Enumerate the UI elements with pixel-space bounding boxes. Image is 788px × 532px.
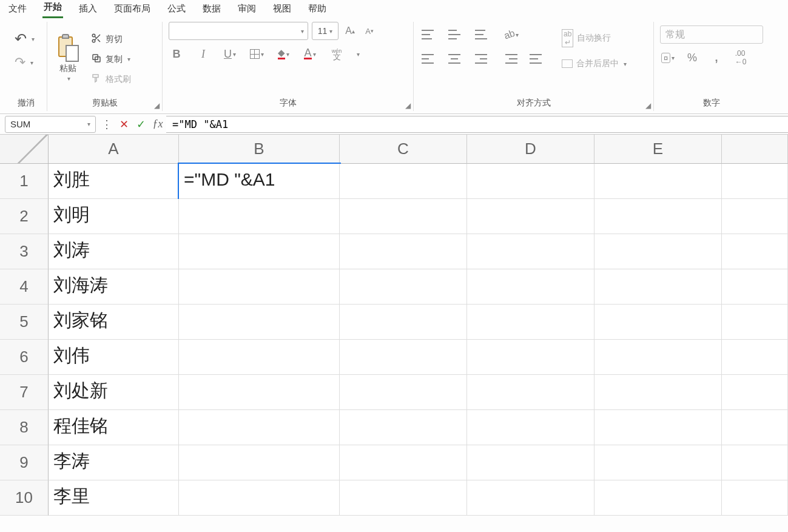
cell-extra-8[interactable] (722, 410, 788, 445)
number-format-select[interactable]: 常规 (660, 25, 763, 44)
font-family-select[interactable]: ▾ (169, 22, 308, 40)
cell-C1[interactable] (340, 164, 467, 199)
cell-D6[interactable] (467, 340, 594, 375)
cell-C6[interactable] (340, 340, 467, 375)
comma-button[interactable]: , (709, 50, 724, 66)
dialog-launcher-icon[interactable]: ◢ (405, 101, 411, 110)
cell-B9[interactable] (179, 445, 340, 480)
cell-D2[interactable] (467, 199, 594, 234)
cell-D8[interactable] (467, 410, 594, 445)
cell-extra-6[interactable] (722, 340, 788, 375)
cell-D1[interactable] (467, 164, 594, 199)
increase-font-button[interactable]: A▴ (342, 23, 358, 39)
cell-B3[interactable] (179, 234, 340, 269)
phonetic-button[interactable]: wén 文 (329, 46, 345, 62)
row-header-7[interactable]: 7 (0, 375, 49, 410)
copy-button[interactable]: 复制▾ (87, 50, 135, 68)
cell-C7[interactable] (340, 375, 467, 410)
name-box[interactable]: SUM ▾ (5, 116, 96, 133)
fx-button[interactable]: ƒx (149, 116, 166, 133)
undo-button[interactable]: ↶▾ (11, 28, 38, 50)
cell-E8[interactable] (594, 410, 722, 445)
cell-E2[interactable] (594, 199, 722, 234)
row-header-5[interactable]: 5 (0, 305, 49, 340)
row-header-4[interactable]: 4 (0, 269, 49, 305)
increase-decimal-button[interactable]: .00←0 (733, 50, 749, 66)
cut-button[interactable]: 剪切 (87, 30, 135, 48)
row-header-2[interactable]: 2 (0, 199, 49, 234)
cell-D7[interactable] (467, 375, 594, 410)
cell-E10[interactable] (594, 480, 722, 516)
merge-center-button[interactable]: 合并后居中▾ (558, 56, 630, 72)
cell-C3[interactable] (340, 234, 467, 269)
cell-C9[interactable] (340, 445, 467, 480)
cell-B10[interactable] (179, 480, 340, 516)
underline-button[interactable]: U▾ (222, 46, 238, 62)
cell-E9[interactable] (594, 445, 722, 480)
column-header-A[interactable]: A (49, 135, 179, 164)
cell-E6[interactable] (594, 340, 722, 375)
cell-C5[interactable] (340, 305, 467, 340)
accept-formula-button[interactable]: ✓ (132, 116, 149, 133)
font-size-select[interactable]: 11▾ (312, 22, 338, 40)
cell-D10[interactable] (467, 480, 594, 516)
cell-E3[interactable] (594, 234, 722, 269)
row-header-6[interactable]: 6 (0, 340, 49, 375)
cell-E1[interactable] (594, 164, 722, 199)
cell-B5[interactable] (179, 305, 340, 340)
menu-item-8[interactable]: 帮助 (307, 1, 328, 18)
column-header-C[interactable]: C (340, 135, 467, 164)
dialog-launcher-icon[interactable]: ◢ (154, 101, 160, 110)
orientation-button[interactable]: ab▾ (503, 27, 519, 42)
cell-B4[interactable] (179, 269, 340, 305)
formula-input[interactable] (166, 116, 788, 133)
decrease-font-button[interactable]: A▾ (362, 23, 377, 39)
redo-button[interactable]: ↷▾ (11, 52, 38, 73)
cell-A7[interactable]: 刘处新 (49, 375, 179, 410)
cell-B2[interactable] (179, 199, 340, 234)
cell-B7[interactable] (179, 375, 340, 410)
cell-C2[interactable] (340, 199, 467, 234)
decrease-indent-button[interactable] (503, 51, 519, 67)
cell-E5[interactable] (594, 305, 722, 340)
menu-item-4[interactable]: 公式 (166, 1, 187, 18)
fill-color-button[interactable]: ◆▾ (275, 46, 291, 62)
cell-extra-4[interactable] (722, 269, 788, 305)
cell-B8[interactable] (179, 410, 340, 445)
column-header-extra[interactable] (722, 135, 788, 164)
font-color-button[interactable]: A▾ (302, 46, 318, 62)
align-middle-button[interactable] (446, 27, 462, 42)
cell-D4[interactable] (467, 269, 594, 305)
cell-extra-10[interactable] (722, 480, 788, 516)
row-header-1[interactable]: 1 (0, 164, 49, 199)
cell-B1[interactable]: ="MD "&A1 (179, 164, 340, 199)
italic-button[interactable]: I (195, 46, 211, 62)
menu-item-1[interactable]: 开始 (42, 0, 63, 18)
cell-D5[interactable] (467, 305, 594, 340)
cell-extra-9[interactable] (722, 445, 788, 480)
paste-button[interactable]: 粘贴 ▾ (53, 34, 83, 84)
menu-item-7[interactable]: 视图 (272, 1, 292, 18)
column-header-B[interactable]: B (179, 135, 340, 164)
cell-E7[interactable] (594, 375, 722, 410)
align-bottom-button[interactable] (473, 27, 489, 42)
row-header-3[interactable]: 3 (0, 234, 49, 269)
menu-item-2[interactable]: 插入 (78, 1, 98, 18)
cell-A6[interactable]: 刘伟 (49, 340, 179, 375)
cell-A10[interactable]: 李里 (49, 480, 179, 516)
align-center-button[interactable] (446, 51, 462, 67)
cell-extra-5[interactable] (722, 305, 788, 340)
cell-extra-7[interactable] (722, 375, 788, 410)
cell-D3[interactable] (467, 234, 594, 269)
cell-C8[interactable] (340, 410, 467, 445)
cancel-formula-button[interactable]: ✕ (115, 116, 132, 133)
cell-A3[interactable]: 刘涛 (49, 234, 179, 269)
cell-extra-1[interactable] (722, 164, 788, 199)
format-painter-button[interactable]: 格式刷 (87, 70, 135, 88)
select-all-corner[interactable] (0, 135, 49, 164)
align-left-button[interactable] (420, 51, 436, 67)
cell-A8[interactable]: 程佳铭 (49, 410, 179, 445)
cell-B6[interactable] (179, 340, 340, 375)
menu-item-3[interactable]: 页面布局 (113, 1, 152, 18)
cell-extra-2[interactable] (722, 199, 788, 234)
